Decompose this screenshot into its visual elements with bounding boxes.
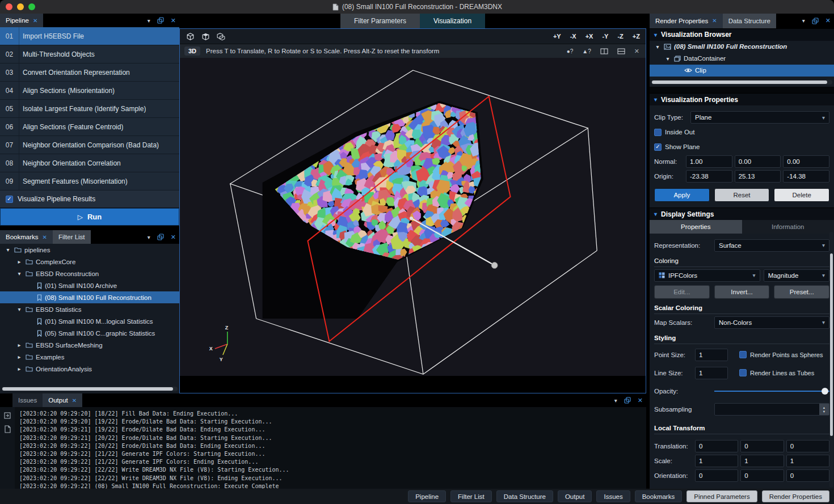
zoom-window-button[interactable]	[28, 3, 35, 10]
scrollbar-thumb[interactable]	[652, 81, 827, 84]
translation-y-input[interactable]	[740, 440, 784, 452]
tab-information[interactable]: Information	[742, 220, 834, 234]
scrollbar-thumb[interactable]	[2, 387, 173, 391]
visualization-properties-header[interactable]: ▾ Visualization Properties	[650, 93, 834, 105]
dock-button-filter-list[interactable]: Filter List	[450, 490, 492, 502]
float-panel-icon[interactable]	[154, 230, 167, 244]
chevron-right-icon[interactable]: ▸	[16, 366, 23, 372]
bookmark-item-08-small-in100-full-reconstruction[interactable]: (08) Small IN100 Full Reconstruction	[0, 291, 179, 303]
view-mode-badge[interactable]: 3D	[184, 46, 200, 56]
float-panel-icon[interactable]	[154, 14, 167, 27]
close-window-button[interactable]	[6, 3, 12, 10]
invert-colors-button[interactable]: Invert...	[714, 285, 770, 299]
bookmark-item-01-small-in100-m-logical-statistics[interactable]: (01) Small IN100 M...logical Statistics	[0, 315, 179, 327]
chevron-down-icon[interactable]: ▾	[16, 270, 23, 277]
bookmark-folder-examples[interactable]: ▸Examples	[0, 351, 179, 363]
dock-button-render-properties[interactable]: Render Properties	[762, 490, 829, 502]
pipeline-step-01[interactable]: 01Import H5EBSD File	[0, 27, 179, 45]
origin-y-input[interactable]	[735, 170, 781, 183]
bookmarks-horizontal-scrollbar[interactable]	[2, 387, 178, 391]
scrollbar-thumb[interactable]	[830, 253, 833, 436]
spinner-arrows-icon[interactable]: ▴▾	[819, 404, 829, 415]
scale-x-input[interactable]	[695, 455, 738, 467]
line-size-input[interactable]	[695, 367, 728, 379]
close-panel-icon[interactable]: ✕	[634, 393, 646, 407]
spin-up-icon[interactable]: ▴	[823, 405, 825, 409]
close-panel-icon[interactable]: ✕	[822, 14, 834, 28]
chevron-down-icon[interactable]: ▾	[16, 306, 23, 312]
chevron-down-icon[interactable]: ▾	[654, 44, 661, 50]
browser-item-datacontainer[interactable]: ▾DataContainer	[650, 53, 834, 65]
reset-button[interactable]: Reset	[714, 188, 770, 202]
delete-button[interactable]: Delete	[774, 188, 829, 202]
translation-x-input[interactable]	[695, 440, 738, 452]
panel-menu-icon[interactable]: ▾	[144, 230, 154, 244]
point-size-input[interactable]	[695, 349, 728, 361]
chevron-right-icon[interactable]: ▸	[16, 354, 23, 360]
bookmark-folder-ebsd-reconstruction[interactable]: ▾EBSD Reconstruction	[0, 268, 179, 279]
float-panel-icon[interactable]	[808, 14, 822, 28]
origin-z-input[interactable]	[783, 170, 829, 183]
dock-button-issues[interactable]: Issues	[596, 490, 630, 502]
split-vertical-icon[interactable]	[599, 48, 610, 54]
render-points-as-spheres-checkbox[interactable]: ✓	[739, 351, 747, 358]
close-tab-icon[interactable]: ✕	[712, 18, 717, 24]
preset-colors-button[interactable]: Preset...	[774, 285, 829, 299]
browser-item-clip[interactable]: Clip	[650, 65, 834, 77]
pipeline-step-05[interactable]: 05Isolate Largest Feature (Identify Samp…	[0, 100, 179, 118]
edit-colors-button[interactable]: Edit...	[654, 285, 710, 299]
dock-button-pipeline[interactable]: Pipeline	[408, 490, 446, 502]
browser-item-08-small-in100-full-reconstruction[interactable]: ▾(08) Small IN100 Full Reconstruction	[650, 41, 834, 53]
pipeline-step-07[interactable]: 07Neighbor Orientation Comparison (Bad D…	[0, 136, 179, 154]
orientation-z-input[interactable]	[786, 469, 829, 482]
camera-y-button[interactable]: -Y	[602, 33, 608, 40]
panel-menu-icon[interactable]: ▾	[799, 14, 808, 28]
camera-z-button[interactable]: -Z	[617, 33, 623, 40]
camera-projection-icon[interactable]	[216, 32, 226, 41]
render-panel-scrollbar[interactable]	[829, 232, 833, 488]
clip-type-select[interactable]: Plane ▾	[690, 111, 829, 124]
camera-x-button[interactable]: +X	[586, 33, 593, 40]
bookmark-folder-ebsd-statistics[interactable]: ▾EBSD Statistics	[0, 303, 179, 315]
output-log[interactable]: [2023:02:20 09:29:20] [18/22] Fill Bad D…	[15, 407, 646, 489]
normal-x-input[interactable]	[686, 155, 732, 168]
pipeline-step-02[interactable]: 02Multi-Threshold Objects	[0, 45, 179, 63]
tab-filter-parameters[interactable]: Filter Parameters	[340, 14, 420, 28]
normal-z-input[interactable]	[783, 155, 829, 168]
camera-y-button[interactable]: +Y	[553, 33, 561, 40]
pipeline-step-04[interactable]: 04Align Sections (Misorientation)	[0, 82, 179, 100]
cursor-info-icon[interactable]: ▲?	[580, 48, 592, 54]
dock-button-pinned-parameters[interactable]: Pinned Parameters	[686, 490, 757, 502]
tab-pipeline[interactable]: Pipeline ✕	[0, 14, 43, 27]
bookmark-item-01-small-in100-archive[interactable]: (01) Small IN100 Archive	[0, 279, 179, 291]
viewport-3d[interactable]: Z X Y	[180, 58, 646, 376]
run-pipeline-button[interactable]: ▷ Run	[0, 208, 179, 226]
close-panel-icon[interactable]: ✕	[167, 14, 179, 27]
visualization-browser-header[interactable]: ▾ Visualization Browser	[650, 28, 834, 41]
chevron-down-icon[interactable]: ▾	[5, 247, 11, 253]
camera-x-button[interactable]: -X	[570, 33, 576, 40]
opacity-slider[interactable]	[714, 387, 829, 395]
orientation-y-input[interactable]	[740, 469, 784, 482]
opacity-slider-thumb[interactable]	[822, 388, 828, 395]
tab-issues[interactable]: Issues	[12, 393, 43, 407]
visualize-results-checkbox[interactable]: ✓	[6, 196, 13, 203]
camera-z-button[interactable]: +Z	[633, 33, 640, 40]
chevron-right-icon[interactable]: ▸	[16, 342, 23, 348]
chevron-down-icon[interactable]: ▾	[664, 56, 671, 62]
component-select[interactable]: Magnitude ▾	[764, 269, 829, 282]
close-view-icon[interactable]: ✕	[633, 48, 641, 55]
split-horizontal-icon[interactable]	[616, 48, 627, 54]
normal-y-input[interactable]	[735, 155, 781, 168]
panel-menu-icon[interactable]: ▾	[144, 14, 154, 27]
display-settings-header[interactable]: ▾ Display Settings	[650, 207, 834, 220]
browser-horizontal-scrollbar[interactable]	[651, 80, 832, 84]
close-tab-icon[interactable]: ✕	[33, 18, 37, 24]
bookmark-folder-pipelines[interactable]: ▾pipelines	[0, 244, 179, 256]
scale-z-input[interactable]	[786, 455, 829, 467]
orientation-x-input[interactable]	[695, 469, 738, 482]
tab-data-structure[interactable]: Data Structure	[723, 14, 776, 28]
origin-x-input[interactable]	[686, 170, 732, 183]
close-tab-icon[interactable]: ✕	[43, 234, 47, 240]
panel-menu-icon[interactable]: ▾	[611, 393, 621, 407]
